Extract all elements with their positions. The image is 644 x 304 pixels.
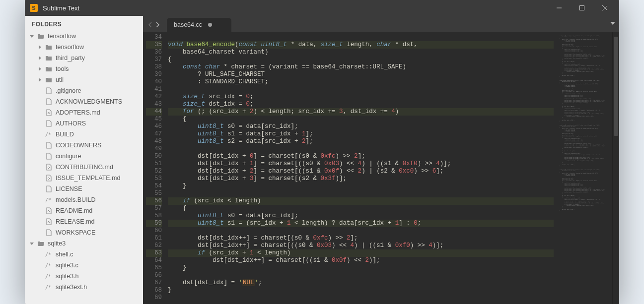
vertical-scrollbar[interactable] — [612, 32, 619, 304]
code-line[interactable]: dst[dst_idx] = 'NUL'; — [168, 279, 554, 287]
code-line[interactable]: { — [168, 116, 554, 123]
minimize-button[interactable] — [548, 0, 571, 16]
line-number: 39 — [146, 71, 162, 78]
code-line[interactable]: } — [168, 264, 554, 272]
code-line[interactable]: dst[dst_idx + 0] = charset[(s0 & 0xfc) >… — [168, 153, 554, 160]
code-line[interactable]: } — [168, 182, 554, 190]
nav-back-icon[interactable] — [148, 21, 153, 29]
chevron-right-icon — [38, 78, 43, 82]
tree-folder[interactable]: tensorflow — [25, 42, 143, 53]
folder-icon — [45, 55, 53, 61]
tab-nav-arrows — [145, 21, 164, 32]
scrollbar-thumb[interactable] — [614, 37, 618, 136]
tree-file[interactable]: RELEASE.md — [25, 216, 143, 227]
code-line[interactable]: } — [168, 287, 554, 294]
tree-file[interactable]: ISSUE_TEMPLATE.md — [25, 173, 143, 183]
tree-file[interactable]: sqlite3.c — [25, 260, 143, 271]
code-line[interactable]: dst[dst_idx + 1] = charset[((s0 & 0x03) … — [168, 160, 554, 168]
code-line[interactable]: : STANDARD_CHARSET; — [168, 78, 554, 86]
tree-file[interactable]: sqlite3.h — [25, 271, 143, 282]
window-controls — [548, 0, 616, 16]
code-line[interactable] — [168, 86, 554, 93]
code-line[interactable] — [168, 294, 554, 302]
close-button[interactable] — [593, 0, 616, 16]
tree-file[interactable]: ADOPTERS.md — [25, 107, 143, 118]
tree-file[interactable]: README.md — [25, 205, 143, 216]
code-line[interactable] — [168, 190, 554, 197]
chevron-down-icon — [30, 242, 35, 245]
code-line[interactable]: uint8_t s1 = data[src_idx + 1]; — [168, 130, 554, 138]
tree-item-label: LICENSE — [56, 185, 82, 192]
code-line[interactable]: if (src_idx + 1 < length) — [168, 249, 554, 257]
tab-menu-icon[interactable] — [610, 20, 615, 27]
line-number: 59 — [146, 220, 162, 227]
tree-file[interactable]: models.BUILD — [25, 194, 143, 205]
code-line[interactable]: dst[dst_idx++] = charset[((s1 & 0x0f) <<… — [168, 257, 554, 264]
tree-file[interactable]: ACKNOWLEDGMENTS — [25, 96, 143, 107]
tree-file[interactable]: CODEOWNERS — [25, 140, 143, 151]
window-title: Sublime Text — [43, 4, 548, 12]
code-line[interactable] — [168, 34, 554, 41]
tree-item-label: sqlite3ext.h — [56, 284, 87, 291]
code-icon — [45, 196, 53, 203]
tree-file[interactable]: shell.c — [25, 249, 143, 260]
code-area[interactable]: void base64_encode(const uint8_t * data,… — [166, 32, 558, 304]
code-line[interactable]: { — [168, 205, 554, 212]
line-number: 46 — [146, 123, 162, 130]
code-line[interactable]: const char * charset = (variant == base6… — [168, 63, 554, 71]
chevron-right-icon — [38, 56, 43, 60]
tree-folder[interactable]: tools — [25, 63, 143, 74]
app-icon: S — [30, 4, 38, 12]
code-line[interactable]: for (; (src_idx + 2) < length; src_idx +… — [168, 108, 554, 116]
code-line[interactable]: { — [168, 56, 554, 63]
tree-folder[interactable]: sqlite3 — [25, 238, 143, 249]
minimap[interactable]: void base64_encode(const uint8_t * data,… — [558, 32, 612, 304]
tree-file[interactable]: CONTRIBUTING.md — [25, 162, 143, 173]
code-line[interactable] — [168, 145, 554, 153]
code-line[interactable]: void base64_encode(const uint8_t * data,… — [168, 41, 554, 49]
code-line[interactable]: dst[dst_idx + 3] = charset[(s2 & 0x3f)]; — [168, 175, 554, 182]
code-line[interactable] — [168, 227, 554, 235]
code-line[interactable]: uint8_t s0 = data[src_idx]; — [168, 212, 554, 220]
tree-file[interactable]: sqlite3ext.h — [25, 282, 143, 293]
tree-folder[interactable]: third_party — [25, 53, 143, 63]
file-tree[interactable]: tensorflowtensorflowthird_partytoolsutil… — [25, 31, 143, 293]
tree-folder[interactable]: tensorflow — [25, 31, 143, 42]
code-line[interactable]: uint8_t s2 = data[src_idx + 2]; — [168, 138, 554, 145]
code-icon — [45, 262, 53, 269]
maximize-button[interactable] — [571, 0, 593, 16]
code-line[interactable]: dst[dst_idx++] = charset[((s0 & 0x03) <<… — [168, 242, 554, 249]
editor-body: 3435363738394041424344454647484950515253… — [143, 32, 619, 304]
line-number: 56 — [146, 197, 162, 205]
code-line[interactable]: size_t src_idx = 0; — [168, 93, 554, 101]
tree-file[interactable]: LICENSE — [25, 183, 143, 194]
code-line[interactable]: if (src_idx < length) — [168, 197, 554, 205]
code-line[interactable]: dst[dst_idx++] = charset[(s0 & 0xfc) >> … — [168, 235, 554, 242]
code-line[interactable] — [168, 272, 554, 279]
tab-active[interactable]: base64.cc — [167, 18, 231, 32]
file-icon — [45, 98, 53, 105]
tree-file[interactable]: AUTHORS — [25, 118, 143, 129]
folder-icon — [45, 76, 53, 83]
tree-item-label: sqlite3.h — [56, 273, 79, 280]
code-line[interactable]: dst[dst_idx + 2] = charset[((s1 & 0x0f) … — [168, 168, 554, 175]
code-line[interactable]: ? URL_SAFE_CHARSET — [168, 71, 554, 78]
main-area: FOLDERS tensorflowtensorflowthird_partyt… — [25, 16, 619, 304]
file-icon — [45, 142, 53, 149]
markup-icon — [45, 164, 53, 171]
nav-forward-icon[interactable] — [155, 21, 160, 29]
code-line[interactable]: uint8_t s0 = data[src_idx]; — [168, 123, 554, 130]
tree-item-label: RELEASE.md — [56, 218, 95, 225]
code-line[interactable]: uint8_t s1 = (src_idx + 1 < length) ? da… — [168, 220, 554, 227]
code-line[interactable]: base64_charset variant) — [168, 49, 554, 56]
line-number: 52 — [146, 168, 162, 175]
tree-file[interactable]: .gitignore — [25, 85, 143, 96]
line-number: 42 — [146, 93, 162, 101]
tree-file[interactable]: configure — [25, 151, 143, 162]
tree-folder[interactable]: util — [25, 74, 143, 85]
tree-file[interactable]: WORKSPACE — [25, 227, 143, 238]
titlebar: S Sublime Text — [25, 0, 619, 16]
tree-file[interactable]: BUILD — [25, 129, 143, 140]
folder-icon — [45, 65, 53, 72]
code-line[interactable]: size_t dst_idx = 0; — [168, 101, 554, 108]
